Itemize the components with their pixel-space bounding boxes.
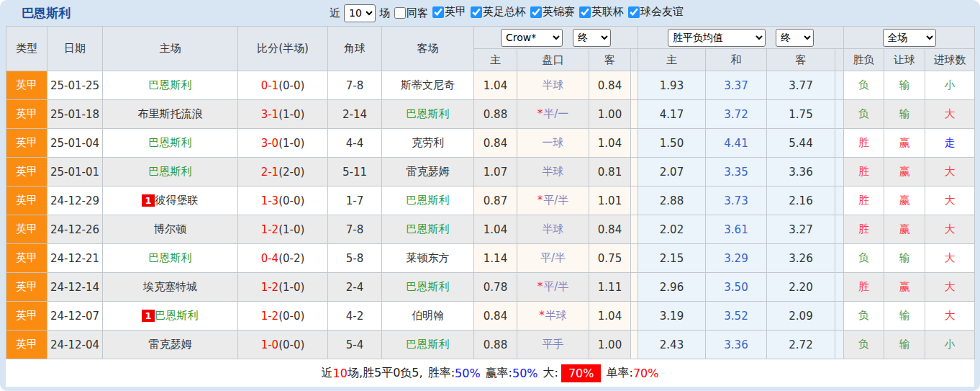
home-team-name: 巴恩斯利 — [155, 309, 199, 322]
league-cell: 英甲 — [6, 244, 47, 273]
recent-count-select[interactable]: 10 — [344, 4, 376, 22]
col-header-date: 日期 — [47, 27, 103, 71]
goals-result-cell: 小 — [925, 71, 975, 100]
summary-bar: 近10场,胜5平0负5, 胜率:50% 赢率:50% 大:70% 单率:70% — [6, 359, 974, 387]
win-rate-label: 胜率: — [428, 366, 455, 381]
section-separator — [835, 244, 844, 273]
match-row: 英甲25-01-01巴恩斯利2-1(2-0)5-11雷克瑟姆1.07半球0.81… — [6, 158, 975, 186]
corners-cell: 7-8 — [328, 215, 382, 244]
sub-header-ah-away: 客 — [589, 49, 631, 71]
recent-label-prefix: 近 — [330, 6, 340, 20]
corners-cell: 5-11 — [328, 158, 382, 186]
single-rate-label: 单率: — [606, 366, 632, 381]
ah-line-cell: *平/半 — [517, 186, 589, 215]
ah-away-odds-cell: 1.04 — [589, 129, 631, 158]
ah-home-odds-cell: 0.84 — [474, 129, 517, 158]
top-bar: 巴恩斯利 近 10 场 同客 英甲英足总杯英锦赛英联杯球会友谊 — [0, 0, 980, 26]
goals-result-cell: 走 — [925, 129, 975, 158]
league-filter[interactable]: 球会友谊 — [624, 5, 684, 19]
match-row: 英甲24-12-04雷克瑟姆1-0(0-0)5-4巴恩斯利0.88平手1.002… — [6, 331, 975, 359]
corners-cell: 2-14 — [328, 100, 382, 129]
scope-select[interactable]: 全场 — [883, 29, 936, 47]
win-rate-value: 50% — [455, 367, 481, 380]
away-team-cell: 斯蒂文尼奇 — [382, 71, 474, 100]
handicap-result-cell: 输 — [884, 331, 925, 359]
match-row: 英甲24-12-21巴恩斯利0-4(0-2)5-8莱顿东方1.14平/半0.75… — [6, 244, 975, 273]
away-team-name: 斯蒂文尼奇 — [401, 78, 455, 91]
league-checkbox[interactable] — [471, 6, 482, 18]
league-cell: 英甲 — [6, 71, 47, 100]
league-filter-label: 英锦赛 — [543, 5, 575, 19]
handicap-result-cell: 赢 — [884, 186, 925, 215]
section-separator — [631, 100, 638, 129]
league-checkbox[interactable] — [579, 6, 591, 18]
league-cell: 英甲 — [6, 331, 47, 359]
score-cell: 2-1(2-0) — [238, 158, 328, 186]
ah-time-select[interactable]: 终 — [573, 29, 611, 47]
ah-away-odds-cell: 1.04 — [589, 302, 631, 331]
section-separator — [631, 49, 638, 71]
league-checkbox[interactable] — [530, 6, 542, 18]
away-win-odds-cell: 3.77 — [767, 71, 835, 100]
home-win-odds-cell: 2.88 — [638, 186, 706, 215]
result-cell: 胜 — [844, 186, 884, 215]
match-row: 英甲25-01-18布里斯托流浪3-1(1-0)2-14巴恩斯利0.88*半/一… — [6, 100, 975, 129]
league-checkbox[interactable] — [628, 6, 640, 18]
away-team-cell: 雷克瑟姆 — [382, 158, 474, 186]
home-team-cell: 布里斯托流浪 — [103, 100, 238, 129]
bookmaker-select[interactable]: Crow* — [501, 29, 563, 47]
corners-cell: 5-8 — [328, 244, 382, 273]
home-team-name: 巴恩斯利 — [149, 136, 192, 149]
draw-odds-cell: 3.72 — [706, 100, 767, 129]
ah-line-cell: 平/半 — [517, 244, 589, 273]
big-rate-label: 大: — [543, 366, 558, 381]
league-checkbox[interactable] — [432, 6, 444, 18]
home-team-cell: 巴恩斯利 — [103, 129, 238, 158]
league-cell: 英甲 — [6, 273, 47, 302]
corners-cell: 5-4 — [328, 331, 382, 359]
odds-time-select[interactable]: 终 — [776, 29, 814, 47]
sub-header-odds-away: 客 — [767, 49, 835, 71]
league-filter-label: 球会友谊 — [640, 5, 684, 19]
date-cell: 24-12-21 — [47, 244, 103, 273]
section-separator — [631, 331, 638, 359]
draw-odds-cell: 3.29 — [706, 244, 767, 273]
score-cell: 1-2(1-0) — [238, 215, 328, 244]
same-away-checkbox[interactable] — [394, 7, 406, 19]
goals-result-cell: 大 — [925, 158, 975, 186]
ah-group-header: Crow* 终 — [474, 27, 638, 49]
same-away-filter[interactable]: 同客 — [390, 6, 428, 20]
ah-away-odds-cell: 1.00 — [589, 331, 631, 359]
ah-line-cell: 平手 — [517, 331, 589, 359]
star-marker: * — [537, 107, 543, 120]
league-filter[interactable]: 英甲 — [428, 5, 466, 19]
away-team-name: 莱顿东方 — [407, 251, 450, 264]
section-separator — [835, 302, 844, 331]
corners-cell: 1-7 — [328, 186, 382, 215]
ah-away-odds-cell: 1.00 — [589, 100, 631, 129]
stats-table-container: 类型 日期 主场 比分(半场) 角球 客场 Crow* 终 — [6, 26, 974, 385]
section-separator — [835, 129, 844, 158]
league-filter[interactable]: 英锦赛 — [526, 5, 575, 19]
away-team-name: 克劳利 — [412, 136, 444, 149]
league-filter[interactable]: 英联杯 — [575, 5, 624, 19]
ah-away-odds-cell: 0.84 — [589, 215, 631, 244]
scope-group-header: 全场 — [844, 27, 975, 49]
col-header-away: 客场 — [382, 27, 474, 71]
league-cell: 英甲 — [6, 158, 47, 186]
section-separator — [835, 49, 844, 71]
league-filter-label: 英联杯 — [591, 5, 624, 19]
draw-odds-cell: 4.41 — [706, 129, 767, 158]
odds-type-select[interactable]: 胜平负均值 — [668, 29, 766, 47]
home-team-cell: 雷克瑟姆 — [103, 331, 238, 359]
league-filter[interactable]: 英足总杯 — [466, 5, 526, 19]
away-team-cell: 巴恩斯利 — [382, 186, 474, 215]
odds-rate-value: 50% — [512, 367, 538, 380]
home-win-odds-cell: 4.17 — [638, 100, 706, 129]
home-team-name: 彼得堡联 — [155, 194, 199, 207]
sub-header-handicap-result: 让球 — [884, 49, 925, 71]
draw-odds-cell: 3.36 — [706, 331, 767, 359]
score-cell: 3-0(1-0) — [238, 129, 328, 158]
star-marker: * — [539, 309, 545, 322]
goals-result-cell: 大 — [925, 186, 975, 215]
